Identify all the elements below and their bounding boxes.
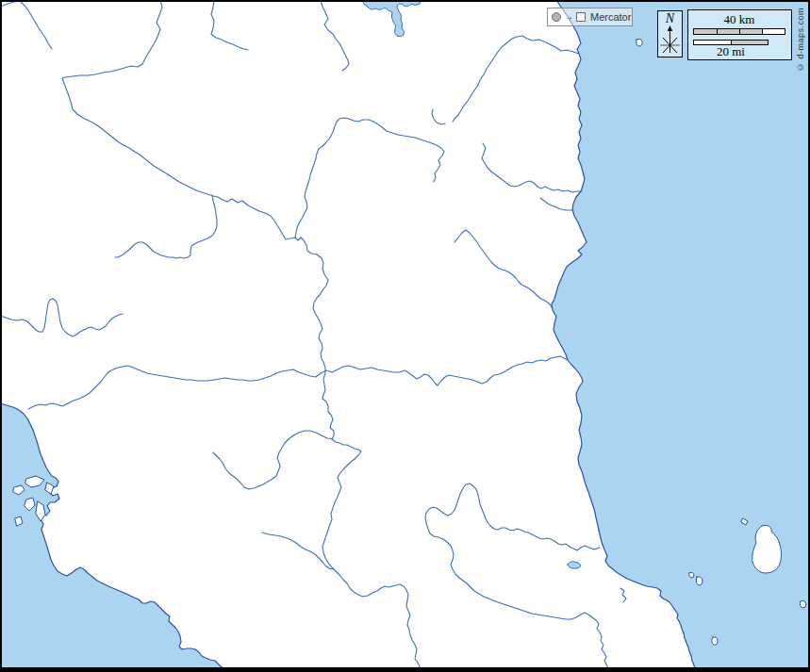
river (211, 0, 248, 50)
island (800, 600, 806, 608)
river (453, 36, 579, 122)
copyright-text: © d-maps.com (793, 8, 808, 72)
river (321, 0, 349, 71)
river (455, 230, 553, 309)
river (213, 431, 333, 489)
river (28, 356, 568, 409)
river (295, 238, 422, 672)
scale-box: 40 km 20 mi (687, 9, 792, 60)
projection-badge: → Mercator (547, 8, 633, 26)
island (689, 572, 694, 578)
compass-rose-icon (658, 25, 682, 56)
projection-square-icon (576, 12, 586, 22)
compass-box: N (657, 10, 683, 57)
river (62, 0, 295, 239)
compass-north-label: N (658, 11, 682, 25)
scale-mi-label: 20 mi (693, 44, 769, 59)
river (295, 118, 444, 238)
island (636, 39, 642, 46)
scale-bar-cell (762, 29, 785, 34)
map-viewport: → Mercator N 40 km 20 mi © d-maps.com (0, 0, 810, 672)
lake (363, 0, 421, 37)
river (540, 198, 573, 210)
island (696, 577, 703, 585)
scale-bar-cell (739, 29, 762, 34)
river (620, 588, 626, 602)
scale-km-label: 40 km (693, 12, 785, 27)
scale-bar-km (693, 28, 785, 35)
river (115, 195, 217, 258)
scale-bar-cell (694, 29, 717, 34)
river (425, 484, 608, 672)
river (0, 299, 123, 336)
river (432, 109, 445, 124)
projection-arrow-icon: → (564, 12, 573, 22)
map-canvas (0, 0, 810, 672)
lake (568, 562, 581, 568)
projection-globe-icon (552, 12, 561, 22)
sea-left (0, 403, 227, 672)
island (712, 637, 718, 645)
scale-bar-cell (717, 29, 739, 34)
projection-label: Mercator (588, 11, 631, 23)
river (0, 1, 52, 49)
river (482, 143, 582, 192)
